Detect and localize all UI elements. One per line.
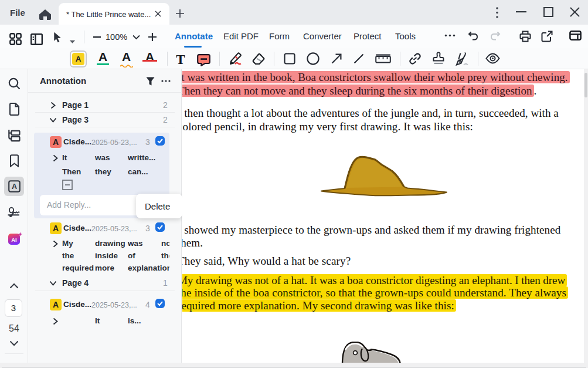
svg-text:A: A [12,183,17,191]
svg-text:AI: AI [11,237,17,243]
